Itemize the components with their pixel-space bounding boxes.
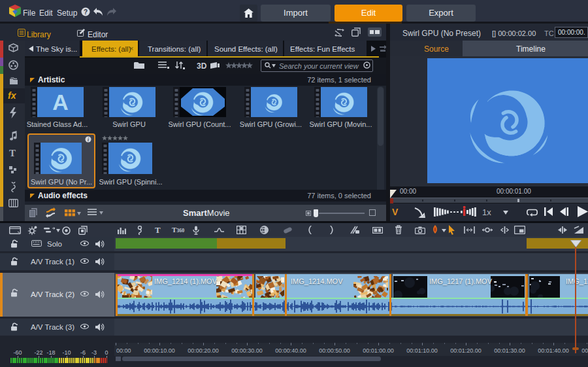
svg-text:?: ?	[84, 9, 88, 16]
